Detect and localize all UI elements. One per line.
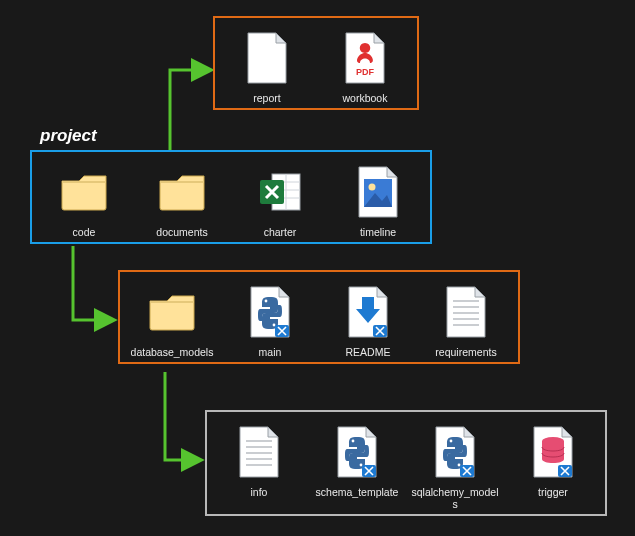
file-report[interactable]: report [227,28,307,104]
file-label: info [251,486,268,498]
text-file-icon [440,282,492,342]
file-label: report [253,92,280,104]
file-trigger[interactable]: trigger [513,422,593,510]
file-info[interactable]: info [219,422,299,510]
file-label: sqlalchemy_models [410,486,500,510]
db-file-icon [527,422,579,482]
file-label: workbook [343,92,388,104]
folder-database-models[interactable]: database_models [132,282,212,358]
file-sqlalchemy-models[interactable]: sqlalchemy_models [415,422,495,510]
group-documents: report PDF workbook [213,16,419,110]
blank-file-icon [241,28,293,88]
group-project: code documents charter timeline [30,150,432,244]
python-file-icon [244,282,296,342]
file-label: documents [156,226,207,238]
file-main[interactable]: main [230,282,310,358]
arrow-db-models [165,372,200,460]
folder-icon [146,282,198,342]
file-timeline[interactable]: timeline [338,162,418,238]
python-file-icon [429,422,481,482]
file-label: requirements [435,346,496,358]
file-schema-template[interactable]: schema_template [317,422,397,510]
arrow-documents [170,70,210,152]
file-label: README [346,346,391,358]
svg-point-27 [458,464,461,467]
svg-point-24 [360,464,363,467]
file-label: schema_template [316,486,399,498]
file-label: main [259,346,282,358]
file-charter[interactable]: charter [240,162,320,238]
arrow-code [73,246,113,320]
file-label: charter [264,226,297,238]
excel-file-icon [254,162,306,222]
svg-point-9 [265,300,268,303]
file-label: timeline [360,226,396,238]
folder-code[interactable]: code [44,162,124,238]
image-file-icon [352,162,404,222]
pdf-file-icon: PDF [339,28,391,88]
row-title-project: project [40,126,97,146]
svg-point-26 [450,440,453,443]
python-file-icon [331,422,383,482]
svg-text:PDF: PDF [356,67,375,77]
folder-documents[interactable]: documents [142,162,222,238]
download-file-icon [342,282,394,342]
svg-point-23 [352,440,355,443]
group-database-models: info schema_template [205,410,607,516]
file-label: code [73,226,96,238]
file-label: database_models [131,346,214,358]
text-file-icon [233,422,285,482]
svg-point-10 [273,324,276,327]
group-code: database_models main README [118,270,520,364]
file-label: trigger [538,486,568,498]
file-readme[interactable]: README [328,282,408,358]
folder-icon [156,162,208,222]
svg-point-8 [369,184,376,191]
file-workbook[interactable]: PDF workbook [325,28,405,104]
folder-icon [58,162,110,222]
file-requirements[interactable]: requirements [426,282,506,358]
